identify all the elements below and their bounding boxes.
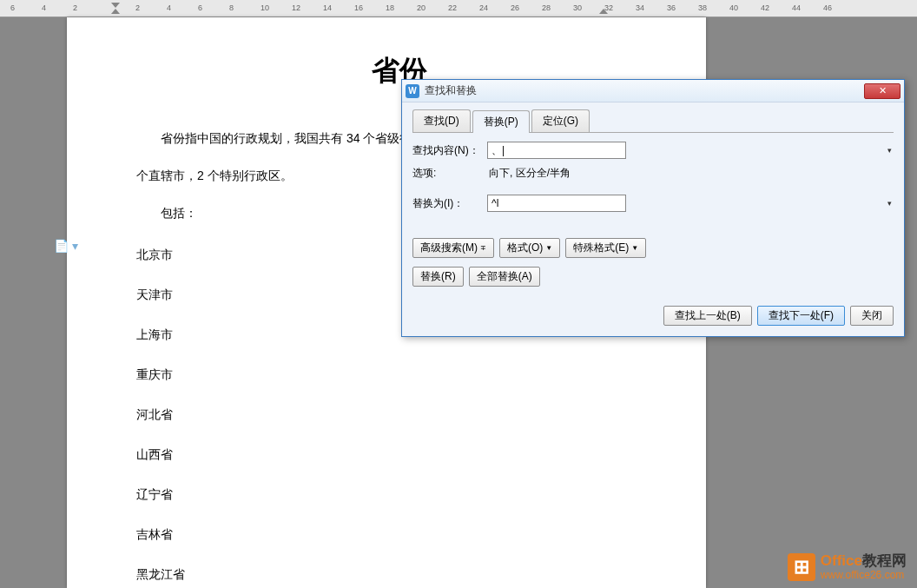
tab-find[interactable]: 查找(D) [412, 109, 471, 132]
options-value: 向下, 区分全/半角 [487, 166, 894, 181]
close-dialog-button[interactable]: 关闭 [850, 306, 894, 326]
watermark-icon: ⊞ [788, 553, 815, 581]
page-margin-icon[interactable]: 📄 ▾ [54, 239, 78, 253]
chevron-down-icon: ▾ [887, 199, 892, 208]
find-content-label: 查找内容(N)： [412, 143, 487, 158]
ruler-tick: 26 [511, 3, 519, 12]
options-label: 选项: [412, 166, 487, 181]
dialog-titlebar[interactable]: W 查找和替换 ✕ [402, 80, 904, 102]
right-indent-marker[interactable] [599, 9, 608, 14]
format-button[interactable]: 格式(O) ▼ [499, 238, 560, 258]
ruler-tick: 4 [42, 3, 46, 12]
ruler-tick: 8 [229, 3, 234, 12]
list-item: 山西省 [136, 436, 663, 472]
replace-button[interactable]: 替换(R) [412, 267, 464, 287]
chevron-down-icon: ▼ [631, 244, 638, 252]
special-format-button[interactable]: 特殊格式(E) ▼ [565, 238, 646, 258]
chevron-down-icon: ▼ [545, 244, 552, 252]
app-icon: W [406, 84, 419, 98]
ruler-tick: 46 [823, 3, 832, 12]
replace-with-input[interactable] [487, 195, 626, 212]
list-item: 吉林省 [136, 516, 663, 552]
find-next-button[interactable]: 查找下一处(F) [757, 306, 845, 326]
ruler-tick: 2 [73, 3, 77, 12]
close-button[interactable]: ✕ [864, 83, 901, 99]
replace-all-button[interactable]: 全部替换(A) [469, 267, 540, 287]
ruler-tick: 44 [792, 3, 801, 12]
ruler-tick: 22 [448, 3, 457, 12]
replace-with-label: 替换为(I)： [412, 196, 487, 211]
list-item: 重庆市 [136, 356, 663, 393]
ruler-tick: 14 [323, 3, 332, 12]
advanced-search-button[interactable]: 高级搜索(M) ∓ [412, 238, 494, 258]
ruler-tick: 30 [573, 3, 582, 12]
ruler-tick: 40 [729, 3, 738, 12]
ruler-tick: 18 [386, 3, 394, 12]
ruler-tick: 6 [198, 3, 202, 12]
list-item: 河北省 [136, 396, 663, 433]
ruler-tick: 20 [417, 3, 426, 12]
list-item: 辽宁省 [136, 476, 663, 512]
first-line-indent-marker[interactable] [111, 3, 120, 8]
dialog-tabs: 查找(D) 替换(P) 定位(G) [412, 109, 894, 133]
ruler-tick: 38 [698, 3, 707, 12]
ruler-tick: 10 [261, 3, 269, 12]
ruler-tick: 34 [636, 3, 644, 12]
ruler-tick: 12 [292, 3, 300, 12]
ruler-tick: 24 [479, 3, 488, 12]
ruler-tick: 6 [10, 3, 15, 12]
ruler-tick: 4 [167, 3, 171, 12]
ruler-tick: 16 [354, 3, 363, 12]
ruler-tick: 36 [667, 3, 676, 12]
dialog-title: 查找和替换 [425, 83, 864, 98]
left-indent-marker[interactable] [111, 9, 120, 14]
ruler-tick: 28 [542, 3, 551, 12]
find-previous-button[interactable]: 查找上一处(B) [663, 306, 752, 326]
site-watermark: ⊞ Office教程网 www.office26.com [788, 553, 907, 581]
watermark-url: www.office26.com [821, 570, 907, 581]
tab-goto[interactable]: 定位(G) [531, 109, 590, 132]
list-item: 黑龙江省 [136, 556, 663, 588]
close-icon: ✕ [879, 85, 887, 96]
chevron-updown-icon: ∓ [480, 244, 486, 252]
horizontal-ruler: 6 4 2 2 4 6 8 10 12 14 16 18 20 22 24 26… [0, 0, 917, 17]
watermark-title: Office教程网 [821, 553, 907, 570]
find-content-input[interactable] [487, 142, 626, 159]
find-replace-dialog: W 查找和替换 ✕ 查找(D) 替换(P) 定位(G) 查找内容(N)： ▾ 选… [401, 79, 905, 337]
tab-replace[interactable]: 替换(P) [472, 110, 530, 133]
ruler-tick: 2 [135, 3, 140, 12]
chevron-down-icon: ▾ [887, 146, 892, 155]
ruler-tick: 42 [761, 3, 769, 12]
